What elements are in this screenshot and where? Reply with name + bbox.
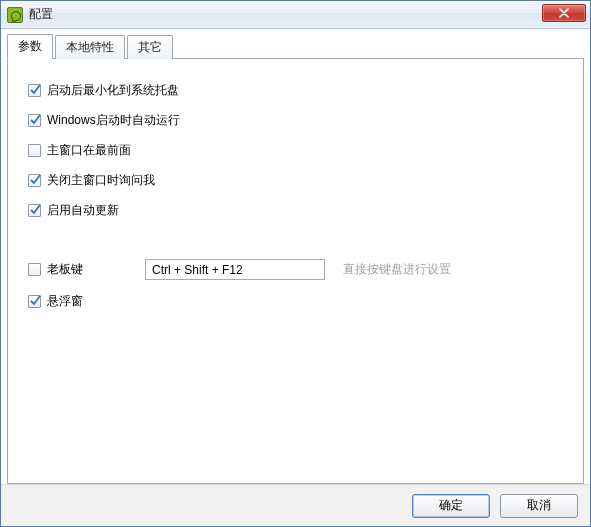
hotkey-hint: 直接按键盘进行设置 bbox=[343, 261, 451, 278]
checkbox-boss-key[interactable] bbox=[28, 263, 41, 276]
ok-button[interactable]: 确定 bbox=[412, 494, 490, 518]
check-icon bbox=[29, 174, 42, 187]
row-boss-key: 老板键 直接按键盘进行设置 bbox=[28, 259, 563, 280]
window-title: 配置 bbox=[29, 6, 53, 23]
dialog-footer: 确定 取消 bbox=[1, 484, 590, 526]
hotkey-input[interactable] bbox=[145, 259, 325, 280]
checkbox-minimize-to-tray[interactable] bbox=[28, 84, 41, 97]
tab-params[interactable]: 参数 bbox=[7, 34, 53, 59]
check-icon bbox=[29, 114, 42, 127]
cancel-button[interactable]: 取消 bbox=[500, 494, 578, 518]
tab-local[interactable]: 本地特性 bbox=[55, 35, 125, 59]
close-button[interactable] bbox=[542, 4, 586, 22]
check-icon bbox=[29, 295, 42, 308]
label-boss-key[interactable]: 老板键 bbox=[47, 261, 83, 278]
titlebar[interactable]: 配置 bbox=[1, 1, 590, 29]
checkbox-float-window[interactable] bbox=[28, 295, 41, 308]
row-confirm-on-close: 关闭主窗口时询问我 bbox=[28, 171, 563, 189]
checkbox-auto-update[interactable] bbox=[28, 204, 41, 217]
label-always-on-top[interactable]: 主窗口在最前面 bbox=[47, 142, 131, 159]
close-icon bbox=[559, 8, 569, 18]
checkbox-run-on-startup[interactable] bbox=[28, 114, 41, 127]
row-run-on-startup: Windows启动时自动运行 bbox=[28, 111, 563, 129]
app-icon bbox=[7, 7, 23, 23]
label-float-window[interactable]: 悬浮窗 bbox=[47, 293, 83, 310]
row-auto-update: 启用自动更新 bbox=[28, 201, 563, 219]
config-dialog: 配置 参数 本地特性 其它 启动后最小化到系统托盘 Win bbox=[0, 0, 591, 527]
row-always-on-top: 主窗口在最前面 bbox=[28, 141, 563, 159]
row-minimize-to-tray: 启动后最小化到系统托盘 bbox=[28, 81, 563, 99]
row-float-window: 悬浮窗 bbox=[28, 292, 563, 310]
tab-panel-params: 启动后最小化到系统托盘 Windows启动时自动运行 主窗口在最前面 关闭主窗口… bbox=[7, 58, 584, 484]
label-confirm-on-close[interactable]: 关闭主窗口时询问我 bbox=[47, 172, 155, 189]
label-minimize-to-tray[interactable]: 启动后最小化到系统托盘 bbox=[47, 82, 179, 99]
tabstrip: 参数 本地特性 其它 bbox=[7, 35, 584, 58]
client-area: 参数 本地特性 其它 启动后最小化到系统托盘 Windows启动时自动运行 主窗… bbox=[1, 29, 590, 484]
tab-other[interactable]: 其它 bbox=[127, 35, 173, 59]
check-icon bbox=[29, 84, 42, 97]
label-run-on-startup[interactable]: Windows启动时自动运行 bbox=[47, 112, 180, 129]
check-icon bbox=[29, 204, 42, 217]
checkbox-always-on-top[interactable] bbox=[28, 144, 41, 157]
checkbox-confirm-on-close[interactable] bbox=[28, 174, 41, 187]
label-auto-update[interactable]: 启用自动更新 bbox=[47, 202, 119, 219]
